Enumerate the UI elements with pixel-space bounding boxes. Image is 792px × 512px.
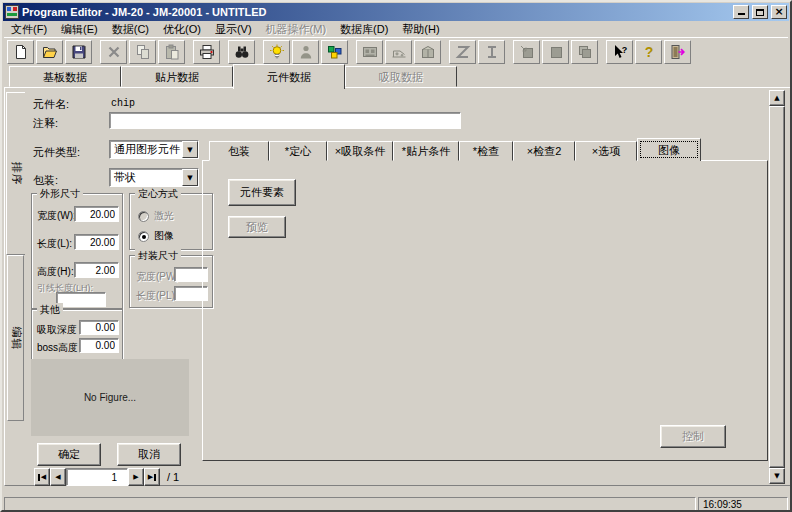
optimize-button[interactable] [263,40,290,64]
part-name-label: 元件名: [33,97,69,112]
prev-record-button[interactable]: ◀ [50,468,66,486]
package-width-label: 宽度(PW) [136,270,179,284]
cancel-button[interactable]: 取消 [117,443,181,466]
scroll-down-button[interactable]: ▼ [769,468,785,484]
menu-database[interactable]: 数据库(D) [333,21,395,38]
subtab-image[interactable]: 图像 [637,138,701,161]
subtab-package[interactable]: 包装 [209,141,269,161]
menu-optimize[interactable]: 优化(O) [156,21,208,38]
subtab-placement-condition[interactable]: *贴片条件 [393,141,459,161]
title-bar: Program Editor - JM-20 - JM-20001 - UNTI… [3,3,789,21]
prev-triangle-icon: ◀ [55,473,60,481]
height-label: 高度(H): [37,265,74,279]
record-total-label: / 1 [167,471,179,483]
clock-text: 16:09:35 [703,499,742,510]
place-a-icon [519,44,535,60]
width-label: 宽度(W): [37,209,76,223]
comment-input[interactable] [109,112,461,129]
side-tab-sort[interactable]: 排序 [6,92,25,255]
part-type-combo[interactable]: 通用图形元件 ▼ [109,140,199,159]
package-combo[interactable]: 带状 ▼ [109,168,199,187]
toolbar-group-edit [100,40,185,64]
exit-button[interactable] [664,40,691,64]
record-number-input[interactable] [66,468,128,486]
package-size-group-title: 封装尺寸 [135,249,181,263]
scrollbar-thumb[interactable] [769,106,785,468]
menu-file[interactable]: 文件(F) [4,21,54,38]
copy-button [129,40,156,64]
svg-text:?: ? [621,45,627,55]
vision-radio[interactable]: 图像 [138,229,174,243]
side-tab-sort-label: 排序 [9,162,24,186]
image-tab-panel [202,160,768,461]
open-button[interactable] [36,40,63,64]
lead-length-input [56,292,106,307]
pickup-depth-input[interactable] [79,320,119,335]
new-button[interactable] [7,40,34,64]
menu-view[interactable]: 显示(V) [208,21,259,38]
operator-button [292,40,319,64]
laser-radio-label: 激光 [154,209,174,223]
vertical-scrollbar[interactable]: ▲ ▼ [769,90,785,484]
tab-board-data[interactable]: 基板数据 [9,66,121,87]
laser-radio: 激光 [138,209,174,223]
help-button[interactable]: ? [635,40,662,64]
menu-edit[interactable]: 编辑(E) [54,21,105,38]
height-input[interactable] [74,262,119,278]
other-group: 其他 吸取深度 boss高度 [31,309,123,360]
app-window: Program Editor - JM-20 - JM-20001 - UNTI… [0,0,792,512]
subtab-options[interactable]: ×选项 [575,141,637,161]
outline-size-group-title: 外形尺寸 [37,187,83,201]
status-clock-panel: 16:09:35 [698,497,788,511]
package-dropdown-button[interactable]: ▼ [182,169,198,186]
maximize-button[interactable] [752,5,768,19]
next-record-button[interactable]: ▶ [128,468,144,486]
package-box-icon [420,44,436,60]
menu-data[interactable]: 数据(C) [105,21,156,38]
part-type-value: 通用图形元件 [110,142,182,157]
save-floppy-icon [71,44,87,60]
minimize-button[interactable] [733,5,749,19]
tab-part-data[interactable]: 元件数据 [233,64,345,89]
parts-button[interactable] [321,40,348,64]
toolbar-group-print [193,40,220,64]
lightbulb-icon [269,44,285,60]
toolbar-group-tools [263,40,348,64]
toolbar-group-help: ? ? [606,40,691,64]
package-button [414,40,441,64]
part-name-value: chip [111,98,135,109]
first-record-icon [38,474,40,481]
subtab-inspection[interactable]: *检查 [459,141,513,161]
machine-button [356,40,383,64]
printer-icon [199,44,215,60]
tab-placement-data[interactable]: 贴片数据 [121,66,233,87]
side-tab-edit[interactable]: 编辑 [7,255,24,421]
svg-text:?: ? [644,44,653,60]
find-button[interactable] [228,40,255,64]
part-type-dropdown-button[interactable]: ▼ [182,141,198,158]
width-input[interactable] [74,206,119,222]
scroll-up-button[interactable]: ▲ [769,90,785,106]
subtab-pickup-condition[interactable]: ×吸取条件 [327,141,393,161]
package-value: 带状 [110,170,182,185]
save-button[interactable] [65,40,92,64]
rotate-z-icon [455,44,471,60]
close-button[interactable]: × [771,5,787,19]
first-record-button[interactable]: ◀ [34,468,50,486]
subtab-inspection2[interactable]: ×检查2 [513,141,575,161]
context-help-button[interactable]: ? [606,40,633,64]
boss-height-input[interactable] [79,338,119,353]
print-button[interactable] [193,40,220,64]
last-record-button[interactable]: ▶ [144,468,160,486]
machine-icon [362,44,378,60]
subtab-centering[interactable]: *定心 [269,141,327,161]
menu-help[interactable]: 帮助(H) [395,21,446,38]
app-icon [5,5,19,19]
length-input[interactable] [74,234,119,250]
comment-label: 注释: [33,116,58,131]
place-c-button [571,40,598,64]
ok-button[interactable]: 确定 [37,443,101,466]
boss-height-label: boss高度 [37,341,78,355]
status-message-panel [4,497,696,511]
binoculars-icon [234,44,250,60]
